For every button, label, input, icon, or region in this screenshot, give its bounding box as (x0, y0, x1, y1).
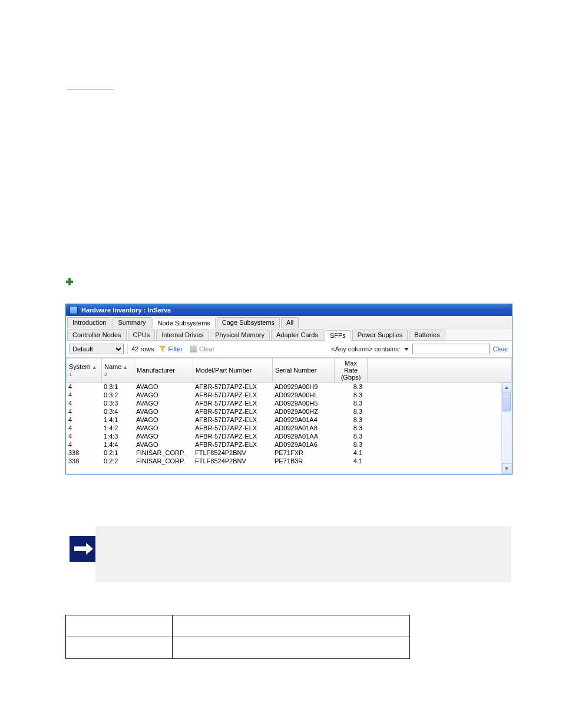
tab-bar-secondary: Controller NodesCPUsInternal DrivesPhysi… (66, 328, 512, 341)
subtab-physical-memory[interactable]: Physical Memory (210, 330, 270, 340)
col-header-system[interactable]: System▲ 1 (67, 358, 102, 383)
table-row[interactable]: 40:3:2AVAGOAFBR-57D7APZ-ELXAD0929A00HL8.… (66, 391, 503, 399)
cell (367, 440, 503, 449)
table-row[interactable]: 40:3:4AVAGOAFBR-57D7APZ-ELXAD0929A00HZ8.… (66, 407, 503, 416)
cell: 4 (66, 424, 101, 432)
scroll-down-button[interactable] (502, 463, 511, 474)
cell (367, 407, 503, 416)
table-row[interactable]: 41:4:1AVAGOAFBR-57D7APZ-ELXAD0929A01A48.… (66, 416, 503, 424)
table-row[interactable]: 41:4:3AVAGOAFBR-57D7APZ-ELXAD0929A01AA8.… (66, 432, 503, 440)
tab-node-subsystems[interactable]: Node Subsystems (153, 318, 216, 328)
cell: AVAGO (134, 440, 193, 449)
cell (367, 391, 503, 399)
clear-filter-button[interactable]: Clear (187, 344, 217, 354)
cell: AVAGO (134, 407, 193, 416)
cell: AFBR-57D7APZ-ELX (193, 440, 272, 449)
note-arrow-icon (70, 536, 95, 562)
table-row[interactable]: 40:3:3AVAGOAFBR-57D7APZ-ELXAD0929A00H58.… (66, 399, 503, 407)
cell: 4 (66, 391, 101, 399)
toolbar: Default 42 rows Filter Clear <Any column… (66, 341, 512, 358)
cell: 0:3:2 (101, 391, 134, 399)
cell: 0:2:2 (101, 457, 134, 465)
table-row[interactable]: 3380:2:1FINISAR_CORP.FTLF8524P2BNVPE71FX… (66, 449, 503, 457)
cell: AFBR-57D7APZ-ELX (193, 407, 272, 416)
cell: 8.3 (334, 383, 367, 391)
cell: 0:2:1 (101, 449, 134, 457)
cell: 4 (66, 399, 101, 407)
cell: 4.1 (334, 457, 367, 465)
subtab-sfps[interactable]: SFPs (325, 330, 351, 341)
cell: AD0929A00H5 (272, 399, 334, 407)
svg-rect-1 (68, 278, 71, 285)
col-header-rate[interactable]: Max Rate (Gbps) (335, 358, 368, 383)
cell: AD0929A00HL (272, 391, 334, 399)
cell (367, 457, 503, 465)
cell: 8.3 (334, 416, 367, 424)
data-grid: System▲ 1 Name▲ 2 Manufacturer Model/Par… (66, 358, 512, 474)
cell: AVAGO (134, 391, 193, 399)
col-header-model[interactable]: Model/Part Number (193, 358, 273, 383)
svg-marker-3 (160, 346, 166, 352)
cell: AVAGO (134, 399, 193, 407)
search-clear-link[interactable]: Clear (493, 345, 508, 353)
tab-bar-primary: IntroductionSummaryNode SubsystemsCage S… (66, 316, 512, 328)
cell: AVAGO (134, 432, 193, 440)
preset-select[interactable]: Default (70, 344, 124, 354)
vertical-scrollbar[interactable] (501, 383, 511, 474)
cell (367, 432, 503, 440)
cell: AD0929A00HZ (272, 407, 334, 416)
scroll-up-button[interactable] (502, 383, 511, 393)
cell: 4 (66, 407, 101, 416)
cell: PE71B3R (272, 457, 334, 465)
table-row[interactable]: 41:4:2AVAGOAFBR-57D7APZ-ELXAD0929A01A88.… (66, 424, 503, 432)
tab-all[interactable]: All (281, 317, 299, 328)
tab-cage-subsystems[interactable]: Cage Subsystems (217, 317, 280, 328)
clear-icon (190, 345, 197, 353)
cell: AFBR-57D7APZ-ELX (193, 391, 272, 399)
cell: AFBR-57D7APZ-ELX (193, 399, 272, 407)
filter-button[interactable]: Filter (157, 344, 185, 354)
search-input[interactable] (412, 344, 490, 354)
scroll-track[interactable] (502, 393, 511, 464)
subtab-power-supplies[interactable]: Power Supplies (352, 330, 408, 340)
cell: 8.3 (334, 407, 367, 416)
table-row[interactable]: 40:3:1AVAGOAFBR-57D7APZ-ELXAD0929A00H98.… (66, 383, 503, 391)
cell: AVAGO (134, 424, 193, 432)
cell (367, 399, 503, 407)
cell: 0:3:4 (101, 407, 134, 416)
table-row[interactable]: 3380:2:2FINISAR_CORP.FTLF8524P2BNVPE71B3… (66, 457, 503, 465)
subtab-cpus[interactable]: CPUs (128, 330, 156, 340)
cell: FTLF8524P2BNV (193, 457, 272, 465)
cell: 8.3 (334, 424, 367, 432)
col-header-spacer (368, 358, 512, 383)
col-header-manufacturer[interactable]: Manufacturer (134, 358, 193, 383)
search-scope-dropdown[interactable] (404, 347, 409, 351)
cell: AD0929A00H9 (272, 383, 334, 391)
definition-table (65, 615, 410, 659)
tab-introduction[interactable]: Introduction (67, 317, 111, 328)
col-header-name[interactable]: Name▲ 2 (102, 358, 134, 383)
subtab-adapter-cards[interactable]: Adapter Cards (271, 330, 323, 340)
cell: 1:4:4 (101, 440, 134, 449)
scroll-thumb[interactable] (503, 393, 511, 411)
cell: 1:4:3 (101, 432, 134, 440)
tab-summary[interactable]: Summary (113, 317, 151, 328)
filter-icon (159, 345, 166, 353)
cell (367, 416, 503, 424)
cell: 4 (66, 416, 101, 424)
cell: 4.1 (334, 449, 367, 457)
cell: AFBR-57D7APZ-ELX (193, 432, 272, 440)
table-row[interactable]: 41:4:4AVAGOAFBR-57D7APZ-ELXAD0929A01A68.… (66, 440, 503, 449)
cell: 4 (66, 440, 101, 449)
subtab-internal-drives[interactable]: Internal Drives (156, 330, 209, 340)
cell: 0:3:1 (101, 383, 134, 391)
cell: AFBR-57D7APZ-ELX (193, 424, 272, 432)
cell: 338 (66, 457, 101, 465)
svg-marker-2 (74, 543, 93, 555)
cell: 1:4:2 (101, 424, 134, 432)
col-header-serial[interactable]: Serial Number (273, 358, 335, 383)
subtab-batteries[interactable]: Batteries (409, 330, 445, 340)
subtab-controller-nodes[interactable]: Controller Nodes (67, 330, 127, 340)
filter-label: Filter (168, 345, 183, 353)
cell: PE71FXR (272, 449, 334, 457)
